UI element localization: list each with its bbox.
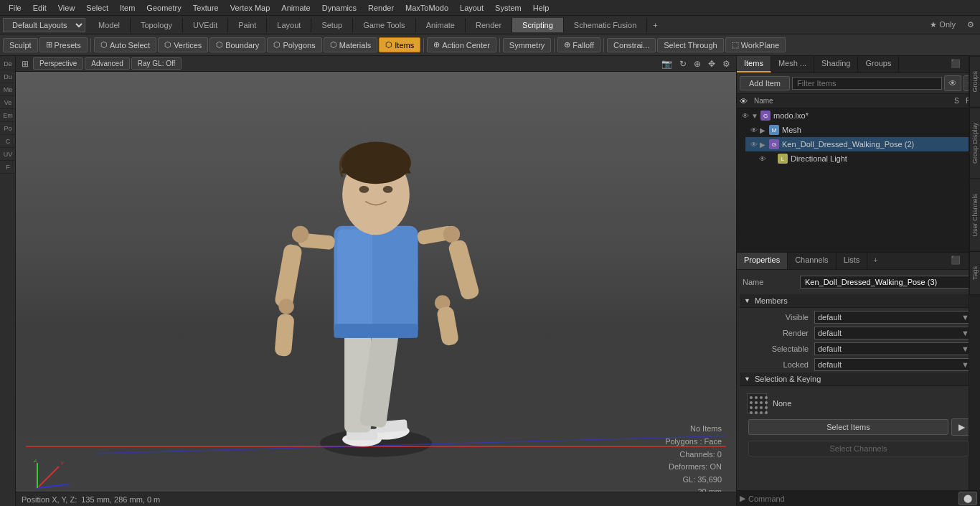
menu-help[interactable]: Help — [527, 2, 555, 14]
filter-items-input[interactable] — [792, 77, 942, 90]
sidebar-icon-1[interactable]: Du — [0, 70, 16, 83]
vertices-button[interactable]: ⬡ Vertices — [158, 37, 208, 52]
menu-animate[interactable]: Animate — [275, 2, 316, 14]
tab-topology[interactable]: Topology — [131, 18, 183, 32]
pan-icon[interactable]: ✥ — [705, 57, 718, 70]
sidebar-icon-8[interactable]: F — [0, 161, 16, 174]
item-row-0[interactable]: 👁 ▼ G modo.lxo* — [737, 108, 980, 123]
menu-layout[interactable]: Layout — [454, 2, 489, 14]
polygons-button[interactable]: ⬡ Polygons — [267, 37, 321, 52]
tab-scripting[interactable]: Scripting — [512, 18, 564, 32]
expand-icon[interactable]: ⬛ — [946, 56, 965, 72]
presets-button[interactable]: ⊞ Presets — [39, 37, 88, 52]
layout-dropdown[interactable]: Default Layouts — [3, 18, 85, 32]
tab-schematic[interactable]: Schematic Fusion — [564, 18, 647, 32]
raygl-button[interactable]: Ray GL: Off — [131, 57, 182, 70]
sidebar-icon-7[interactable]: UV — [0, 148, 16, 161]
expand-1[interactable]: ▶ — [760, 126, 768, 134]
prop-tab-plus[interactable]: + — [867, 253, 883, 269]
sidebar-icon-6[interactable]: C — [0, 135, 16, 148]
tab-items[interactable]: Items — [737, 56, 771, 72]
constraints-button[interactable]: Constrai... — [607, 38, 656, 52]
prop-tab-channels[interactable]: Channels — [788, 253, 836, 269]
expand-2[interactable]: ▶ — [760, 141, 768, 149]
item-row-2[interactable]: 👁 ▶ G Ken_Doll_Dressed_Walking_Pose (2) — [745, 137, 980, 151]
tab-setup[interactable]: Setup — [311, 18, 353, 32]
add-layout-button[interactable]: + — [647, 18, 663, 32]
workplane-button[interactable]: ⬚ WorkPlane — [725, 37, 786, 52]
menu-select[interactable]: Select — [80, 2, 114, 14]
tab-uvedit[interactable]: UVEdit — [183, 18, 228, 32]
item-row-1[interactable]: 👁 ▶ M Mesh — [745, 123, 980, 137]
materials-button[interactable]: ⬡ Materials — [324, 37, 378, 52]
star-only[interactable]: ★ Only — [924, 17, 961, 32]
menu-vertexmap[interactable]: Vertex Map — [225, 2, 276, 14]
menu-file[interactable]: File — [3, 2, 27, 14]
cmd-exec-button[interactable]: ⬤ — [958, 492, 977, 505]
sidebar-icon-5[interactable]: Po — [0, 122, 16, 135]
vis-icon-0[interactable]: 👁 — [740, 110, 751, 121]
prop-tab-lists[interactable]: Lists — [837, 253, 868, 269]
symmetry-button[interactable]: Symmetry — [503, 38, 552, 52]
tab-render[interactable]: Render — [466, 18, 512, 32]
gear-button[interactable]: ⚙ — [961, 17, 980, 32]
viewport[interactable]: ⊞ Perspective Advanced Ray GL: Off 📷 ↻ ⊕… — [16, 56, 736, 506]
selectable-dropdown[interactable]: default ▼ — [814, 342, 973, 355]
menu-render[interactable]: Render — [362, 2, 400, 14]
menu-item[interactable]: Item — [114, 2, 141, 14]
name-input[interactable] — [800, 276, 974, 289]
vis-icon-1[interactable]: 👁 — [748, 124, 760, 136]
prop-expand-icon[interactable]: ⬛ — [946, 253, 965, 269]
menu-geometry[interactable]: Geometry — [141, 2, 187, 14]
advanced-button[interactable]: Advanced — [85, 57, 129, 70]
items-button[interactable]: ⬡ Items — [379, 37, 420, 52]
tab-layout[interactable]: Layout — [267, 18, 311, 32]
falloff-button[interactable]: ⊕ Falloff — [557, 37, 600, 52]
select-items-button[interactable]: Select Items — [748, 419, 948, 435]
sidebar-icon-3[interactable]: Ve — [0, 96, 16, 109]
item-row-3[interactable]: 👁 L Directional Light — [754, 151, 980, 166]
vert-tab-user-channels[interactable]: User Channels — [969, 179, 980, 252]
perspective-button[interactable]: Perspective — [33, 57, 83, 70]
viewport-canvas[interactable]: No Items Polygons : Face Channels: 0 Def… — [16, 72, 736, 506]
menu-maxtomodo[interactable]: MaxToModo — [400, 2, 454, 14]
command-input[interactable] — [748, 495, 958, 503]
expand-0[interactable]: ▼ — [751, 112, 760, 120]
tab-animate[interactable]: Animate — [416, 18, 466, 32]
menu-system[interactable]: System — [489, 2, 527, 14]
locked-dropdown[interactable]: default ▼ — [814, 358, 973, 371]
boundary-button[interactable]: ⬡ Boundary — [209, 37, 265, 52]
tab-gametools[interactable]: Game Tools — [353, 18, 416, 32]
sidebar-icon-2[interactable]: Me — [0, 83, 16, 96]
menu-texture[interactable]: Texture — [187, 2, 225, 14]
tab-groups[interactable]: Groups — [858, 56, 899, 72]
vert-tab-tags[interactable]: Tags — [969, 251, 980, 295]
tab-paint[interactable]: Paint — [228, 18, 267, 32]
select-channels-button[interactable]: Select Channels — [748, 441, 969, 456]
sel-keying-header[interactable]: ▼ Selection & Keying — [740, 373, 977, 386]
vert-tab-groups[interactable]: Groups — [969, 56, 980, 108]
select-through-button[interactable]: Select Through — [657, 38, 723, 52]
add-item-button[interactable]: Add Item — [740, 76, 790, 90]
tab-shading[interactable]: Shading — [814, 56, 858, 72]
vis-icon-2[interactable]: 👁 — [748, 139, 760, 150]
vp-settings-icon[interactable]: ⚙ — [720, 57, 733, 70]
menu-dynamics[interactable]: Dynamics — [316, 2, 362, 14]
members-section-header[interactable]: ▼ Members — [740, 294, 977, 308]
camera-icon[interactable]: 📷 — [659, 57, 675, 70]
prop-tab-properties[interactable]: Properties — [737, 253, 788, 269]
sidebar-icon-4[interactable]: Em — [0, 109, 16, 122]
sculpt-button[interactable]: Sculpt — [3, 38, 38, 52]
vert-tab-group-display[interactable]: Group Display — [969, 108, 980, 179]
render-dropdown[interactable]: default ▼ — [814, 327, 973, 339]
auto-select-button[interactable]: ⬡ Auto Select — [94, 37, 156, 52]
zoom-icon[interactable]: ⊕ — [691, 57, 704, 70]
sidebar-icon-0[interactable]: De — [0, 57, 16, 70]
tab-mesh[interactable]: Mesh ... — [771, 56, 814, 72]
visible-dropdown[interactable]: default ▼ — [814, 311, 973, 324]
tab-model[interactable]: Model — [88, 18, 131, 32]
vp-corner-btn[interactable]: ⊞ — [19, 57, 32, 70]
eye-icon-btn[interactable]: 👁 — [944, 75, 961, 91]
menu-edit[interactable]: Edit — [27, 2, 52, 14]
vis-icon-3[interactable]: 👁 — [757, 153, 768, 164]
